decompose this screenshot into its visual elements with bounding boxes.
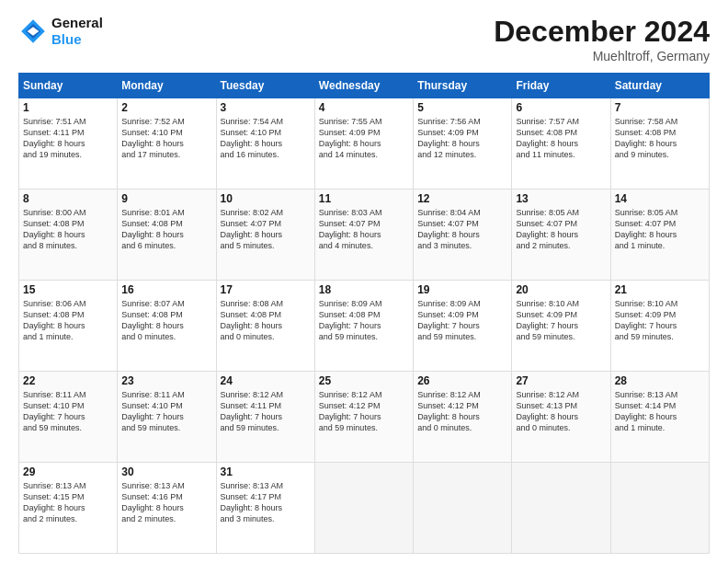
day-number: 22 [23,374,113,387]
cell-info: Sunrise: 8:12 AM Sunset: 4:12 PM Dayligh… [417,389,507,434]
cell-info: Sunrise: 8:11 AM Sunset: 4:10 PM Dayligh… [23,389,113,434]
calendar-cell: 31Sunrise: 8:13 AM Sunset: 4:17 PM Dayli… [216,463,314,554]
cell-info: Sunrise: 7:51 AM Sunset: 4:11 PM Dayligh… [23,116,113,161]
calendar-cell [414,463,512,554]
day-number: 18 [319,283,409,296]
cell-info: Sunrise: 7:52 AM Sunset: 4:10 PM Dayligh… [121,116,211,161]
cell-info: Sunrise: 8:03 AM Sunset: 4:07 PM Dayligh… [319,207,409,252]
calendar-cell: 1Sunrise: 7:51 AM Sunset: 4:11 PM Daylig… [19,98,118,190]
calendar-cell: 4Sunrise: 7:55 AM Sunset: 4:09 PM Daylig… [314,98,413,190]
week-row-5: 29Sunrise: 8:13 AM Sunset: 4:15 PM Dayli… [19,463,710,554]
logo: General Blue [18,15,103,48]
day-number: 28 [615,374,705,387]
calendar-cell: 29Sunrise: 8:13 AM Sunset: 4:15 PM Dayli… [19,463,118,554]
month-title: December 2024 [494,15,710,49]
calendar-cell: 16Sunrise: 8:07 AM Sunset: 4:08 PM Dayli… [118,281,216,372]
day-number: 31 [221,465,311,478]
calendar-cell: 12Sunrise: 8:04 AM Sunset: 4:07 PM Dayli… [414,190,512,281]
cell-info: Sunrise: 8:04 AM Sunset: 4:07 PM Dayligh… [417,207,507,252]
calendar-cell: 2Sunrise: 7:52 AM Sunset: 4:10 PM Daylig… [118,98,216,190]
calendar-cell: 22Sunrise: 8:11 AM Sunset: 4:10 PM Dayli… [19,372,118,463]
title-block: December 2024 Muehltroff, Germany [494,15,710,63]
col-header-wednesday: Wednesday [314,74,413,98]
calendar-cell [314,463,413,554]
calendar-cell: 18Sunrise: 8:09 AM Sunset: 4:08 PM Dayli… [314,281,413,372]
day-number: 21 [615,283,705,296]
calendar-cell: 3Sunrise: 7:54 AM Sunset: 4:10 PM Daylig… [216,98,314,190]
cell-info: Sunrise: 7:58 AM Sunset: 4:08 PM Dayligh… [615,116,705,161]
col-header-friday: Friday [512,74,610,98]
day-number: 29 [23,465,113,478]
day-number: 30 [121,465,211,478]
col-header-sunday: Sunday [19,74,118,98]
day-number: 12 [417,192,507,205]
day-number: 8 [23,192,113,205]
cell-info: Sunrise: 7:56 AM Sunset: 4:09 PM Dayligh… [417,116,507,161]
cell-info: Sunrise: 8:11 AM Sunset: 4:10 PM Dayligh… [121,389,211,434]
cell-info: Sunrise: 8:06 AM Sunset: 4:08 PM Dayligh… [23,298,113,343]
day-number: 19 [417,283,507,296]
calendar-cell: 15Sunrise: 8:06 AM Sunset: 4:08 PM Dayli… [19,281,118,372]
day-number: 2 [121,101,211,114]
location: Muehltroff, Germany [494,49,710,63]
cell-info: Sunrise: 7:57 AM Sunset: 4:08 PM Dayligh… [516,116,606,161]
calendar-cell: 13Sunrise: 8:05 AM Sunset: 4:07 PM Dayli… [512,190,610,281]
day-number: 4 [319,101,409,114]
cell-info: Sunrise: 8:12 AM Sunset: 4:12 PM Dayligh… [319,389,409,434]
cell-info: Sunrise: 8:10 AM Sunset: 4:09 PM Dayligh… [615,298,705,343]
day-number: 26 [417,374,507,387]
day-number: 6 [516,101,606,114]
calendar-cell: 20Sunrise: 8:10 AM Sunset: 4:09 PM Dayli… [512,281,610,372]
cell-info: Sunrise: 8:13 AM Sunset: 4:17 PM Dayligh… [221,480,311,525]
day-number: 15 [23,283,113,296]
cell-info: Sunrise: 8:08 AM Sunset: 4:08 PM Dayligh… [221,298,311,343]
day-number: 27 [516,374,606,387]
calendar-cell: 7Sunrise: 7:58 AM Sunset: 4:08 PM Daylig… [610,98,709,190]
week-row-1: 1Sunrise: 7:51 AM Sunset: 4:11 PM Daylig… [19,98,710,190]
logo-text: General Blue [51,15,103,48]
day-number: 16 [121,283,211,296]
calendar-cell: 27Sunrise: 8:12 AM Sunset: 4:13 PM Dayli… [512,372,610,463]
day-number: 5 [417,101,507,114]
cell-info: Sunrise: 8:13 AM Sunset: 4:15 PM Dayligh… [23,480,113,525]
cell-info: Sunrise: 8:10 AM Sunset: 4:09 PM Dayligh… [516,298,606,343]
calendar-cell: 23Sunrise: 8:11 AM Sunset: 4:10 PM Dayli… [118,372,216,463]
calendar-cell: 19Sunrise: 8:09 AM Sunset: 4:09 PM Dayli… [414,281,512,372]
day-number: 11 [319,192,409,205]
day-number: 14 [615,192,705,205]
calendar-cell: 9Sunrise: 8:01 AM Sunset: 4:08 PM Daylig… [118,190,216,281]
cell-info: Sunrise: 8:13 AM Sunset: 4:16 PM Dayligh… [121,480,211,525]
calendar-cell [610,463,709,554]
calendar-cell: 11Sunrise: 8:03 AM Sunset: 4:07 PM Dayli… [314,190,413,281]
cell-info: Sunrise: 8:09 AM Sunset: 4:09 PM Dayligh… [417,298,507,343]
day-number: 17 [221,283,311,296]
cell-info: Sunrise: 8:05 AM Sunset: 4:07 PM Dayligh… [516,207,606,252]
calendar-cell: 26Sunrise: 8:12 AM Sunset: 4:12 PM Dayli… [414,372,512,463]
calendar-cell: 25Sunrise: 8:12 AM Sunset: 4:12 PM Dayli… [314,372,413,463]
calendar-cell: 24Sunrise: 8:12 AM Sunset: 4:11 PM Dayli… [216,372,314,463]
cell-info: Sunrise: 8:07 AM Sunset: 4:08 PM Dayligh… [121,298,211,343]
week-row-4: 22Sunrise: 8:11 AM Sunset: 4:10 PM Dayli… [19,372,710,463]
calendar-cell: 8Sunrise: 8:00 AM Sunset: 4:08 PM Daylig… [19,190,118,281]
cell-info: Sunrise: 7:54 AM Sunset: 4:10 PM Dayligh… [221,116,311,161]
cell-info: Sunrise: 8:09 AM Sunset: 4:08 PM Dayligh… [319,298,409,343]
calendar-cell: 5Sunrise: 7:56 AM Sunset: 4:09 PM Daylig… [414,98,512,190]
cell-info: Sunrise: 8:01 AM Sunset: 4:08 PM Dayligh… [121,207,211,252]
cell-info: Sunrise: 8:05 AM Sunset: 4:07 PM Dayligh… [615,207,705,252]
day-number: 23 [121,374,211,387]
logo-icon [18,17,48,46]
day-number: 9 [121,192,211,205]
col-header-thursday: Thursday [414,74,512,98]
page: General Blue December 2024 Muehltroff, G… [0,0,728,563]
day-number: 3 [221,101,311,114]
day-number: 20 [516,283,606,296]
col-header-saturday: Saturday [610,74,709,98]
col-header-tuesday: Tuesday [216,74,314,98]
cell-info: Sunrise: 7:55 AM Sunset: 4:09 PM Dayligh… [319,116,409,161]
cell-info: Sunrise: 8:12 AM Sunset: 4:13 PM Dayligh… [516,389,606,434]
calendar-cell [512,463,610,554]
day-number: 10 [221,192,311,205]
day-number: 13 [516,192,606,205]
calendar-cell: 6Sunrise: 7:57 AM Sunset: 4:08 PM Daylig… [512,98,610,190]
calendar-cell: 17Sunrise: 8:08 AM Sunset: 4:08 PM Dayli… [216,281,314,372]
